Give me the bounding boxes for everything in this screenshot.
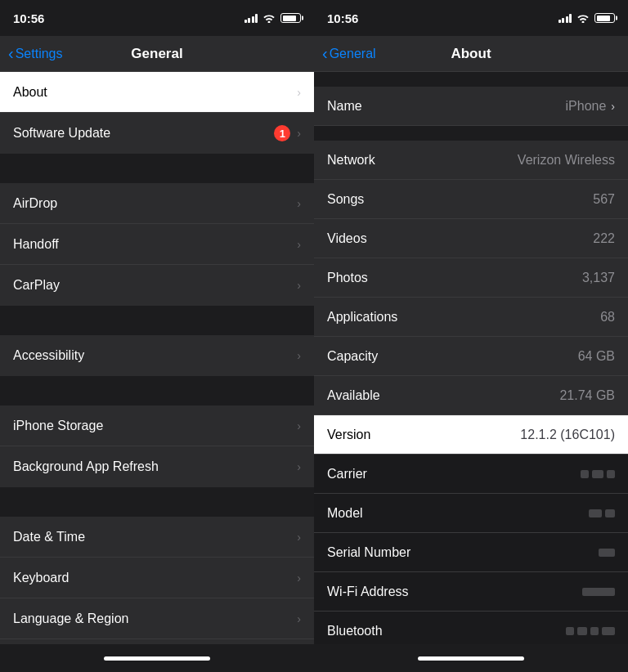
row-serial-label: Serial Number bbox=[327, 545, 599, 560]
status-icons-right bbox=[558, 13, 616, 23]
row-videos: Videos 222 bbox=[314, 219, 628, 258]
wifi-icon-right bbox=[576, 13, 590, 23]
back-label-left: Settings bbox=[16, 47, 63, 61]
row-dictionary[interactable]: Dictionary › bbox=[0, 639, 314, 644]
row-name-chevron: › bbox=[611, 100, 615, 113]
row-bluetooth-value bbox=[566, 627, 615, 635]
row-bluetooth: Bluetooth bbox=[314, 612, 628, 644]
row-iphone-storage[interactable]: iPhone Storage › bbox=[0, 405, 314, 446]
row-carrier: Carrier bbox=[314, 455, 628, 494]
row-keyboard[interactable]: Keyboard › bbox=[0, 558, 314, 598]
home-bar-right bbox=[418, 656, 524, 661]
row-airdrop[interactable]: AirDrop › bbox=[0, 183, 314, 224]
row-wifi-address-label: Wi-Fi Address bbox=[327, 585, 582, 599]
row-handoff[interactable]: Handoff › bbox=[0, 224, 314, 265]
row-software-update[interactable]: Software Update 1 › bbox=[0, 113, 314, 154]
row-capacity-label: Capacity bbox=[327, 349, 578, 364]
battery-icon-right bbox=[594, 13, 615, 23]
back-button-right[interactable]: ‹ General bbox=[322, 46, 376, 61]
about-content: Name iPhone › Network Verizon Wireless S… bbox=[314, 72, 628, 644]
gap-2 bbox=[0, 306, 314, 335]
row-background-refresh[interactable]: Background App Refresh › bbox=[0, 446, 314, 487]
row-photos-value: 3,137 bbox=[582, 271, 615, 285]
row-videos-value: 222 bbox=[593, 231, 615, 246]
row-network: Network Verizon Wireless bbox=[314, 141, 628, 180]
left-content: About › Software Update 1 › AirDrop › Ha… bbox=[0, 72, 314, 644]
section-name: Name iPhone › bbox=[314, 87, 628, 126]
row-background-refresh-chevron: › bbox=[297, 460, 301, 473]
status-time-left: 10:56 bbox=[13, 11, 44, 25]
back-chevron-right: ‹ bbox=[322, 45, 328, 61]
home-indicator-right bbox=[314, 644, 628, 672]
section-connectivity: AirDrop › Handoff › CarPlay › bbox=[0, 183, 314, 306]
row-videos-label: Videos bbox=[327, 231, 593, 246]
row-handoff-chevron: › bbox=[297, 238, 301, 251]
row-version-label: Version bbox=[327, 428, 520, 442]
nav-title-left: General bbox=[131, 46, 182, 62]
row-carplay-label: CarPlay bbox=[13, 278, 297, 293]
row-software-update-label: Software Update bbox=[13, 126, 274, 141]
row-date-time[interactable]: Date & Time › bbox=[0, 517, 314, 558]
row-serial: Serial Number bbox=[314, 533, 628, 572]
row-applications-label: Applications bbox=[327, 310, 600, 325]
row-iphone-storage-chevron: › bbox=[297, 419, 301, 432]
section-language: Date & Time › Keyboard › Language & Regi… bbox=[0, 517, 314, 644]
row-airdrop-label: AirDrop bbox=[13, 196, 297, 211]
row-date-time-label: Date & Time bbox=[13, 530, 297, 544]
software-update-badge: 1 bbox=[274, 125, 290, 141]
row-wifi-address: Wi-Fi Address bbox=[314, 572, 628, 612]
row-accessibility-label: Accessibility bbox=[13, 348, 297, 363]
row-carrier-label: Carrier bbox=[327, 467, 581, 482]
row-model-label: Model bbox=[327, 506, 589, 521]
signal-icon bbox=[244, 13, 258, 23]
row-about[interactable]: About › bbox=[0, 72, 314, 113]
row-keyboard-chevron: › bbox=[297, 571, 301, 585]
back-button-left[interactable]: ‹ Settings bbox=[8, 46, 62, 61]
row-capacity: Capacity 64 GB bbox=[314, 337, 628, 376]
row-name[interactable]: Name iPhone › bbox=[314, 87, 628, 126]
row-handoff-label: Handoff bbox=[13, 237, 297, 252]
status-icons-left bbox=[244, 13, 302, 23]
row-name-value: iPhone bbox=[566, 99, 607, 114]
row-language-region[interactable]: Language & Region › bbox=[0, 598, 314, 639]
row-capacity-value: 64 GB bbox=[578, 349, 615, 364]
row-network-value: Verizon Wireless bbox=[518, 153, 615, 168]
row-applications-value: 68 bbox=[600, 310, 615, 325]
section-private: Carrier Model Serial Number bbox=[314, 455, 628, 644]
section-storage: iPhone Storage › Background App Refresh … bbox=[0, 405, 314, 487]
row-about-chevron: › bbox=[297, 86, 301, 99]
left-screen: 10:56 ‹ Settings General About bbox=[0, 0, 314, 672]
row-bluetooth-label: Bluetooth bbox=[327, 624, 566, 638]
row-wifi-address-value bbox=[582, 588, 615, 596]
right-screen: 10:56 ‹ General About Na bbox=[314, 0, 628, 672]
row-carrier-value bbox=[581, 470, 615, 478]
row-airdrop-chevron: › bbox=[297, 197, 301, 210]
row-version-value: 12.1.2 (16C101) bbox=[520, 428, 615, 442]
row-songs-value: 567 bbox=[593, 192, 615, 207]
back-chevron-left: ‹ bbox=[8, 45, 14, 61]
home-bar-left bbox=[104, 656, 210, 661]
row-model: Model bbox=[314, 494, 628, 533]
row-iphone-storage-label: iPhone Storage bbox=[13, 419, 297, 433]
row-version: Version 12.1.2 (16C101) bbox=[314, 415, 628, 455]
gap-1 bbox=[0, 154, 314, 183]
row-keyboard-label: Keyboard bbox=[13, 571, 297, 585]
section-about: About › Software Update 1 › bbox=[0, 72, 314, 154]
row-photos-label: Photos bbox=[327, 271, 582, 285]
row-carplay[interactable]: CarPlay › bbox=[0, 265, 314, 306]
row-language-region-chevron: › bbox=[297, 612, 301, 625]
row-serial-value bbox=[599, 549, 615, 557]
row-carplay-chevron: › bbox=[297, 279, 301, 292]
status-time-right: 10:56 bbox=[327, 11, 358, 25]
gap-4 bbox=[0, 487, 314, 517]
row-available: Available 21.74 GB bbox=[314, 376, 628, 415]
row-background-refresh-label: Background App Refresh bbox=[13, 459, 297, 474]
row-photos: Photos 3,137 bbox=[314, 258, 628, 298]
signal-icon-right bbox=[558, 13, 572, 23]
home-indicator-left bbox=[0, 644, 314, 672]
wifi-icon bbox=[262, 13, 276, 23]
section-accessibility: Accessibility › bbox=[0, 335, 314, 376]
row-available-label: Available bbox=[327, 388, 559, 403]
row-accessibility[interactable]: Accessibility › bbox=[0, 335, 314, 376]
gap-3 bbox=[0, 376, 314, 405]
